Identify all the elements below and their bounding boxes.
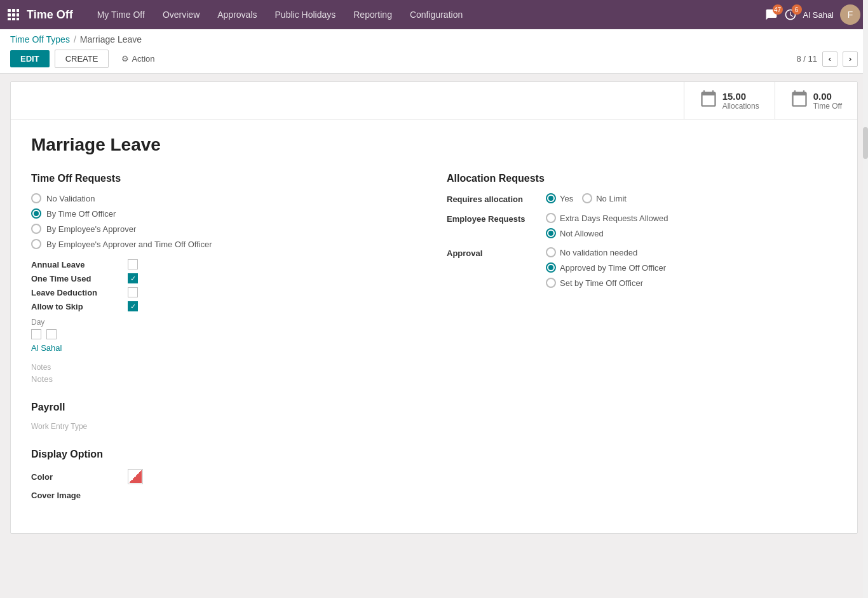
requires-allocation-options: Yes No Limit xyxy=(546,193,627,203)
svg-rect-4 xyxy=(12,13,15,17)
svg-rect-1 xyxy=(12,9,15,12)
allocation-requests-section: Allocation Requests Requires allocation … xyxy=(447,173,837,288)
notes-section: Notes Notes xyxy=(31,363,421,384)
requires-no-limit-option[interactable]: No Limit xyxy=(582,193,627,203)
day-checkbox-2[interactable] xyxy=(46,329,57,339)
breadcrumb-separator: / xyxy=(74,34,76,44)
nav-item-my-time-off[interactable]: My Time Off xyxy=(88,0,154,29)
radio-by-officer-circle xyxy=(31,208,41,219)
radio-by-employee-approver[interactable]: By Employee's Approver xyxy=(31,224,421,234)
extra-days-option[interactable]: Extra Days Requests Allowed xyxy=(546,213,668,223)
chat-button[interactable]: 47 xyxy=(765,8,778,21)
stat-allocations-label: Allocations xyxy=(722,102,759,111)
day-section: Day Al Sahal xyxy=(31,318,421,353)
company-link[interactable]: Al Sahal xyxy=(31,343,421,353)
scrollbar-thumb[interactable] xyxy=(863,127,868,159)
nav-item-overview[interactable]: Overview xyxy=(154,0,208,29)
left-column: Time Off Requests No Validation By Time … xyxy=(31,173,421,518)
color-picker[interactable] xyxy=(128,469,143,484)
payroll-section: Payroll Work Entry Type xyxy=(31,402,421,431)
svg-rect-3 xyxy=(8,13,11,17)
approved-by-officer-circle xyxy=(546,262,556,273)
pagination-prev[interactable]: ‹ xyxy=(822,51,837,67)
color-label: Color xyxy=(31,472,120,482)
stat-allocations[interactable]: 15.00 Allocations xyxy=(684,82,775,119)
allow-to-skip-checkbox[interactable] xyxy=(128,301,138,311)
calendar-icon-allocations xyxy=(700,90,717,111)
radio-by-time-off-officer[interactable]: By Time Off Officer xyxy=(31,208,421,219)
stat-time-off-label: Time Off xyxy=(813,102,842,111)
svg-rect-6 xyxy=(8,18,11,20)
requires-yes-circle xyxy=(546,193,556,203)
set-by-officer-option[interactable]: Set by Time Off Officer xyxy=(546,278,666,288)
stat-time-off-number: 0.00 xyxy=(813,91,842,102)
two-column-layout: Time Off Requests No Validation By Time … xyxy=(31,173,837,518)
requires-allocation-label: Requires allocation xyxy=(447,193,536,204)
day-checkbox-1[interactable] xyxy=(31,329,41,339)
approved-by-officer-option[interactable]: Approved by Time Off Officer xyxy=(546,262,666,273)
user-avatar[interactable]: F xyxy=(840,4,860,25)
nav-items: My Time Off Overview Approvals Public Ho… xyxy=(88,0,763,29)
radio-by-approver-circle xyxy=(31,224,41,234)
radio-by-both[interactable]: By Employee's Approver and Time Off Offi… xyxy=(31,239,421,249)
nav-item-approvals[interactable]: Approvals xyxy=(208,0,266,29)
employee-requests-label: Employee Requests xyxy=(447,213,536,224)
annual-leave-checkbox[interactable] xyxy=(128,259,138,269)
radio-by-officer-label: By Time Off Officer xyxy=(46,209,116,219)
nav-right: 47 6 Al Sahal F xyxy=(765,4,860,25)
leave-deduction-checkbox[interactable] xyxy=(128,287,138,297)
stat-time-off-info: 0.00 Time Off xyxy=(813,91,842,111)
svg-rect-2 xyxy=(17,9,19,12)
action-bar: EDIT CREATE ⚙ Action 8 / 11 ‹ › xyxy=(10,50,858,68)
nav-item-reporting[interactable]: Reporting xyxy=(344,0,401,29)
set-by-officer-label: Set by Time Off Officer xyxy=(560,278,643,288)
breadcrumb-parent[interactable]: Time Off Types xyxy=(10,34,70,44)
nav-item-configuration[interactable]: Configuration xyxy=(401,0,471,29)
notes-label: Notes xyxy=(31,363,421,372)
svg-rect-5 xyxy=(17,13,19,17)
stat-allocations-number: 15.00 xyxy=(722,91,759,102)
requires-yes-option[interactable]: Yes xyxy=(546,193,573,203)
app-title: Time Off xyxy=(27,8,73,22)
approved-by-officer-label: Approved by Time Off Officer xyxy=(560,263,666,273)
requires-no-limit-circle xyxy=(582,193,592,203)
main-area: 15.00 Allocations 0.00 Time Off Marriage… xyxy=(0,74,868,598)
edit-button[interactable]: EDIT xyxy=(10,50,50,67)
stats-bar: 15.00 Allocations 0.00 Time Off xyxy=(11,82,857,119)
leave-deduction-label: Leave Deduction xyxy=(31,288,120,297)
radio-no-validation-circle xyxy=(31,193,41,203)
radio-no-validation[interactable]: No Validation xyxy=(31,193,421,203)
not-allowed-option[interactable]: Not Allowed xyxy=(546,228,668,238)
create-button[interactable]: CREATE xyxy=(55,50,109,68)
svg-rect-8 xyxy=(17,18,19,20)
radio-no-validation-label: No Validation xyxy=(46,194,95,203)
cover-image-label: Cover Image xyxy=(31,491,120,500)
requires-yes-label: Yes xyxy=(560,194,573,203)
approval-label: Approval xyxy=(447,247,536,258)
time-off-validation-group: No Validation By Time Off Officer By Emp… xyxy=(31,193,421,249)
sub-header: Time Off Types / Marriage Leave EDIT CRE… xyxy=(0,29,868,74)
stat-time-off[interactable]: 0.00 Time Off xyxy=(775,82,857,119)
action-button[interactable]: ⚙ Action xyxy=(121,54,154,64)
radio-by-both-label: By Employee's Approver and Time Off Offi… xyxy=(46,240,212,249)
app-grid-icon[interactable] xyxy=(8,9,19,20)
display-option-title: Display Option xyxy=(31,449,421,460)
color-preview xyxy=(129,470,142,483)
svg-rect-7 xyxy=(12,18,15,20)
color-row: Color xyxy=(31,469,421,484)
extra-days-label: Extra Days Requests Allowed xyxy=(560,214,668,223)
one-time-used-checkbox[interactable] xyxy=(128,273,138,283)
no-validation-option[interactable]: No validation needed xyxy=(546,247,666,257)
one-time-used-row: One Time Used xyxy=(31,273,421,283)
nav-item-public-holidays[interactable]: Public Holidays xyxy=(266,0,345,29)
notes-text: Notes xyxy=(31,374,421,384)
requires-no-limit-label: No Limit xyxy=(596,194,627,203)
requires-allocation-row: Requires allocation Yes No Limit xyxy=(447,193,837,204)
allow-to-skip-label: Allow to Skip xyxy=(31,302,120,311)
clock-button[interactable]: 6 xyxy=(784,8,797,21)
time-off-requests-title: Time Off Requests xyxy=(31,173,421,184)
display-option-section: Display Option Color Cover Image xyxy=(31,449,421,500)
pagination-next[interactable]: › xyxy=(843,51,858,67)
approval-options: No validation needed Approved by Time Of… xyxy=(546,247,666,288)
scrollbar-track[interactable] xyxy=(863,0,868,598)
